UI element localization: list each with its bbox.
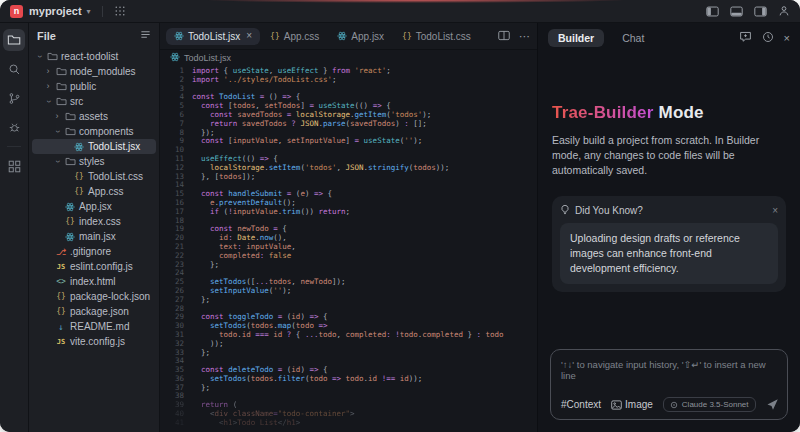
split-editor-icon[interactable]: [498, 27, 510, 45]
context-button[interactable]: #Context: [561, 399, 601, 410]
code-line: 32 ));: [160, 340, 537, 349]
chevron-right-icon: ›: [53, 112, 61, 121]
activity-item-search[interactable]: [3, 58, 25, 80]
history-icon[interactable]: [762, 29, 774, 47]
account-icon[interactable]: [778, 5, 790, 17]
explorer-menu-icon[interactable]: [140, 29, 151, 42]
tree-item-readme-md[interactable]: ↓README.md: [29, 319, 159, 334]
code-text: };: [192, 261, 219, 270]
code-line: 33 };: [160, 349, 537, 358]
title-rest-text: Mode: [659, 103, 704, 122]
send-icon[interactable]: [766, 398, 779, 411]
app-window: n myproject ▾ File ›react-todolist›node_…: [0, 0, 800, 432]
tree-item-package-json[interactable]: {}package.json: [29, 304, 159, 319]
tree-item-label: assets: [79, 111, 108, 122]
tree-item-label: components: [79, 126, 133, 137]
activity-item-source-control[interactable]: [3, 87, 25, 109]
editor-tabbar: TodoList.jsx×{}App.cssApp.jsx{}TodoList.…: [160, 23, 537, 50]
toggle-left-panel-icon[interactable]: [706, 6, 719, 17]
tree-item-label: App.css: [88, 186, 124, 197]
chat-input[interactable]: '↑↓' to navigate input history, '⇧↵' to …: [561, 359, 777, 381]
braces-file-icon: {}: [402, 32, 412, 41]
tree-item-app-css[interactable]: {}App.css: [29, 184, 159, 199]
line-number: 7: [160, 120, 192, 129]
braces-file-icon: {}: [55, 292, 67, 301]
tree-item-vite-config-js[interactable]: JSvite.config.js: [29, 334, 159, 349]
tree-item-eslint-config-js[interactable]: JSeslint.config.js: [29, 259, 159, 274]
new-chat-icon[interactable]: [739, 29, 752, 47]
tree-item--gitignore[interactable]: ⎇.gitignore: [29, 244, 159, 259]
builder-panel: Builder Chat × Trae-Builder Mode Easily …: [537, 23, 800, 432]
tree-item-todolist-css[interactable]: {}TodoList.css: [29, 169, 159, 184]
toggle-bottom-panel-icon[interactable]: [730, 6, 743, 17]
tree-item-todolist-jsx[interactable]: TodoList.jsx: [32, 139, 156, 154]
builder-content: Trae-Builder Mode Easily build a project…: [538, 53, 800, 292]
editor-tab-app-css[interactable]: {}App.css: [262, 28, 327, 45]
window-controls: [706, 5, 790, 17]
apps-grid-icon[interactable]: [114, 5, 126, 17]
tree-item-main-jsx[interactable]: main.jsx: [29, 229, 159, 244]
folder-icon: [7, 33, 21, 47]
editor-tab-todolist-jsx[interactable]: TodoList.jsx×: [166, 28, 260, 45]
project-name: myproject: [29, 5, 82, 17]
tab-label: TodoList.jsx: [188, 31, 240, 42]
editor-tab-todolist-css[interactable]: {}TodoList.css: [394, 28, 479, 45]
project-switcher[interactable]: n myproject ▾: [10, 5, 126, 18]
breadcrumb-label: TodoList.jsx: [184, 53, 231, 63]
braces-file-icon: {}: [55, 307, 67, 316]
tree-item-label: index.html: [70, 276, 116, 287]
tree-item-node-modules[interactable]: ›node_modules: [29, 64, 159, 79]
tree-item-index-html[interactable]: <>index.html: [29, 274, 159, 289]
tip-close-icon[interactable]: ×: [772, 205, 778, 216]
title-gradient-text: Trae-Builder: [552, 103, 654, 122]
chevron-down-icon: ▾: [87, 7, 91, 16]
model-selector[interactable]: Claude 3.5-Sonnet: [663, 397, 756, 412]
activity-item-extensions[interactable]: [3, 155, 25, 177]
git-file-icon: ⎇: [55, 247, 67, 257]
more-actions-icon[interactable]: ⋯: [519, 31, 531, 41]
tree-item-components[interactable]: ›components: [29, 124, 159, 139]
close-panel-icon[interactable]: ×: [784, 33, 790, 44]
main-layout: File ›react-todolist›node_modules›public…: [0, 23, 800, 432]
tab-label: App.css: [284, 31, 320, 42]
tree-item-app-jsx[interactable]: App.jsx: [29, 199, 159, 214]
line-number: 41: [160, 419, 192, 428]
code-viewport[interactable]: 1import { useState, useEffect } from 're…: [160, 65, 537, 432]
react-file-icon: [170, 52, 180, 64]
code-line: 26 setInputValue('');: [160, 287, 537, 296]
folder-file-icon: [55, 96, 67, 107]
tree-item-package-lock-json[interactable]: {}package-lock.json: [29, 289, 159, 304]
branch-icon: [8, 92, 21, 105]
toggle-right-panel-icon[interactable]: [754, 6, 767, 17]
tree-item-src[interactable]: ›src: [29, 94, 159, 109]
react-file-icon: [64, 232, 76, 242]
extensions-icon: [8, 160, 21, 173]
folder-file-icon: [64, 111, 76, 122]
image-button[interactable]: Image: [611, 399, 653, 410]
chevron-down-icon: ›: [44, 98, 53, 106]
line-number: 6: [160, 111, 192, 120]
activity-item-explorer[interactable]: [3, 29, 25, 51]
line-number: 1: [160, 67, 192, 76]
code-text: const [inputValue, setInputValue] = useS…: [192, 137, 422, 146]
lightbulb-icon: [560, 204, 570, 216]
builder-description: Easily build a project from scratch. In …: [552, 133, 786, 178]
tree-item-public[interactable]: ›public: [29, 79, 159, 94]
model-name: Claude 3.5-Sonnet: [682, 400, 749, 409]
tree-item-styles[interactable]: ›styles: [29, 154, 159, 169]
tree-item-label: package-lock.json: [70, 291, 150, 302]
activity-item-debug[interactable]: [3, 116, 25, 138]
folder-file-icon: [64, 156, 76, 167]
breadcrumb[interactable]: TodoList.jsx: [160, 50, 537, 65]
react-file-icon: [64, 202, 76, 212]
tree-item-assets[interactable]: ›assets: [29, 109, 159, 124]
chat-input-actions: #Context Image Claude 3.5-Sonnet: [561, 397, 777, 412]
tab-chat[interactable]: Chat: [612, 29, 654, 47]
tree-item-index-css[interactable]: {}index.css: [29, 214, 159, 229]
line-number: 3: [160, 85, 192, 94]
react-file-icon: [73, 142, 85, 152]
editor-tab-app-jsx[interactable]: App.jsx: [329, 28, 392, 45]
tab-builder[interactable]: Builder: [548, 29, 604, 47]
tree-item-react-todolist[interactable]: ›react-todolist: [29, 49, 159, 64]
close-tab-icon[interactable]: ×: [246, 31, 252, 41]
